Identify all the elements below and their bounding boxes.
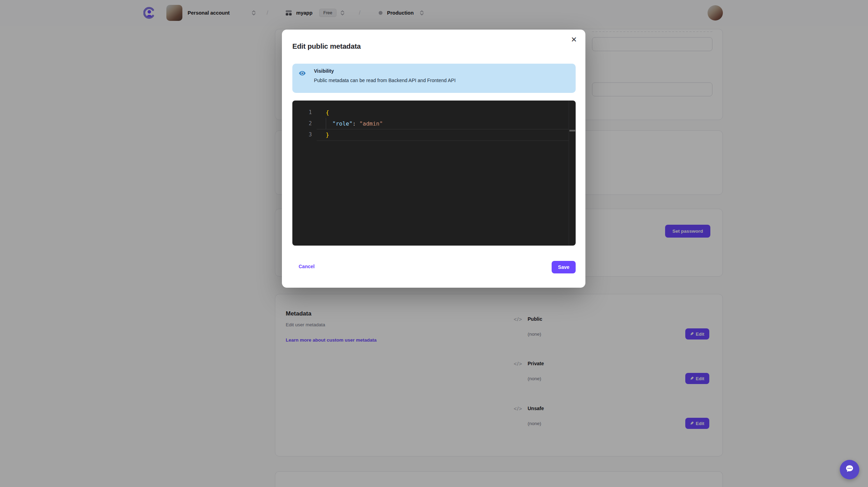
save-button[interactable]: Save [552, 261, 576, 273]
line-number: 1 [292, 109, 312, 115]
code-token: : [353, 120, 356, 127]
editor-scrollbar[interactable] [569, 101, 576, 246]
modal-title: Edit public metadata [292, 42, 361, 50]
code-lines: 1 { 2 "role":"admin" 3 } [292, 107, 576, 140]
code-token: { [326, 109, 329, 116]
cancel-button[interactable]: Cancel [299, 264, 315, 269]
callout-title: Visibility [314, 68, 334, 74]
code-token: } [326, 131, 329, 138]
code-token: "admin" [359, 120, 382, 127]
code-line: 2 "role":"admin" [292, 118, 576, 129]
scrollbar-marker [569, 130, 575, 131]
code-line: 3 } [292, 129, 576, 140]
close-icon[interactable]: ✕ [569, 34, 579, 45]
code-line: 1 { [292, 107, 576, 118]
line-number: 3 [292, 131, 312, 138]
chat-widget-button[interactable] [840, 460, 859, 479]
eye-icon [299, 70, 306, 77]
json-code-editor[interactable]: 1 { 2 "role":"admin" 3 } [292, 101, 576, 246]
visibility-callout: Visibility Public metadata can be read f… [292, 64, 576, 93]
code-token: "role" [332, 120, 353, 127]
chat-bubble-icon [844, 464, 855, 476]
edit-public-metadata-modal: Edit public metadata ✕ Visibility Public… [282, 30, 585, 288]
screen: Personal account / myapp Free / Producti… [0, 0, 868, 487]
callout-body: Public metadata can be read from Backend… [314, 78, 456, 83]
line-number: 2 [292, 120, 312, 127]
modal-footer: Cancel Save [292, 261, 576, 273]
